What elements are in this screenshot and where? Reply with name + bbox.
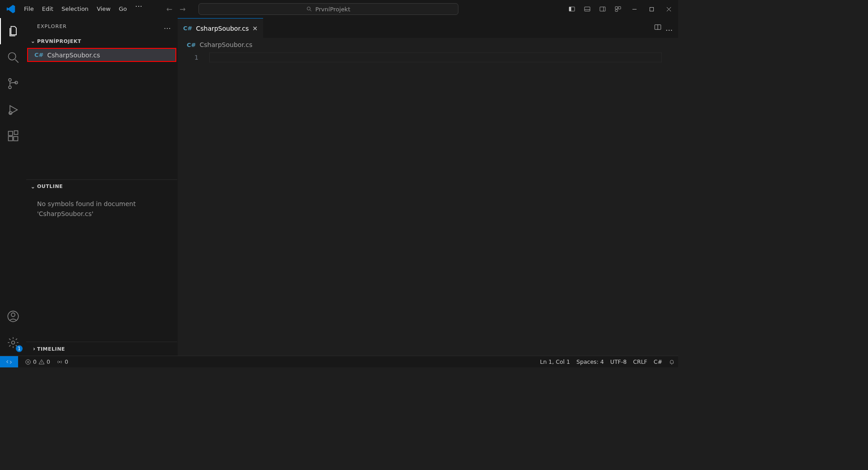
- toggle-panel-icon[interactable]: [580, 0, 594, 18]
- svg-point-0: [307, 7, 311, 10]
- toggle-secondary-sidebar-icon[interactable]: [596, 0, 609, 18]
- sidebar-explorer: EXPLORER … ⌄ PRVNÍPROJEKT C# CsharpSoubo…: [26, 18, 178, 356]
- menu-more-icon[interactable]: …: [131, 0, 147, 18]
- status-problems[interactable]: 0 0: [22, 358, 53, 365]
- explorer-more-icon[interactable]: …: [164, 22, 172, 31]
- timeline-header-label: TIMELINE: [37, 346, 65, 352]
- status-indentation[interactable]: Spaces: 4: [573, 358, 607, 365]
- outline-section-header[interactable]: ⌄ OUTLINE: [26, 180, 177, 193]
- svg-line-1: [310, 10, 311, 11]
- command-center[interactable]: PrvníProjekt: [198, 3, 458, 15]
- activity-run-debug-icon[interactable]: [0, 97, 26, 123]
- remote-indicator-icon[interactable]: [0, 356, 18, 368]
- csharp-file-icon: C#: [187, 42, 196, 48]
- svg-rect-24: [14, 136, 18, 141]
- status-language[interactable]: C#: [651, 358, 665, 365]
- sidebar-title: EXPLORER …: [26, 18, 177, 34]
- minimap[interactable]: [672, 52, 678, 356]
- title-bar: File Edit Selection View Go … ← → PrvníP…: [0, 0, 678, 18]
- vscode-logo-icon: [2, 4, 20, 14]
- close-window-icon[interactable]: [661, 0, 676, 18]
- menu-selection[interactable]: Selection: [57, 0, 93, 18]
- activity-accounts-icon[interactable]: [0, 303, 26, 329]
- svg-rect-22: [9, 132, 13, 136]
- svg-rect-25: [14, 131, 18, 134]
- svg-point-16: [9, 53, 16, 60]
- activity-source-control-icon[interactable]: [0, 70, 26, 97]
- warnings-count: 0: [47, 358, 50, 365]
- status-eol[interactable]: CRLF: [630, 358, 651, 365]
- editor-area: C# CsharpSoubor.cs ✕ … C# CsharpSoubor.c…: [178, 18, 678, 356]
- status-notifications-icon[interactable]: [665, 359, 678, 365]
- maximize-icon[interactable]: [644, 0, 659, 18]
- editor-more-icon[interactable]: …: [665, 24, 674, 33]
- breadcrumb-file: CsharpSoubor.cs: [199, 41, 252, 48]
- line-gutter: 1: [178, 52, 209, 356]
- activity-search-icon[interactable]: [0, 44, 26, 70]
- outline-empty-text: No symbols found in document 'CsharpSoub…: [26, 193, 177, 225]
- nav-forward-icon[interactable]: →: [178, 5, 187, 14]
- svg-line-17: [15, 60, 19, 63]
- chevron-right-icon: ⌄: [30, 345, 36, 353]
- activity-settings-icon[interactable]: 1: [0, 329, 26, 356]
- sidebar-title-text: EXPLORER: [37, 24, 164, 29]
- file-row-label: CsharpSoubor.cs: [47, 52, 100, 59]
- activity-bar: 1: [0, 18, 26, 356]
- svg-point-35: [59, 361, 60, 362]
- timeline-section-header[interactable]: ⌄ TIMELINE: [26, 342, 177, 356]
- status-line-col[interactable]: Ln 1, Col 1: [537, 358, 573, 365]
- activity-extensions-icon[interactable]: [0, 123, 26, 149]
- tab-csharpsoubor[interactable]: C# CsharpSoubor.cs ✕: [178, 18, 263, 38]
- line-number: 1: [178, 52, 198, 62]
- current-line-highlight: [209, 52, 662, 62]
- svg-point-27: [11, 313, 15, 316]
- project-name-label: PRVNÍPROJEKT: [37, 38, 81, 44]
- csharp-file-icon: C#: [183, 25, 192, 32]
- nav-back-icon[interactable]: ←: [165, 5, 174, 14]
- chevron-down-icon: ⌄: [29, 38, 37, 44]
- file-row-csharpsoubor[interactable]: C# CsharpSoubor.cs: [27, 48, 176, 62]
- svg-rect-23: [9, 136, 13, 141]
- status-encoding[interactable]: UTF-8: [607, 358, 630, 365]
- menu-bar: File Edit Selection View Go …: [20, 0, 147, 18]
- toggle-primary-sidebar-icon[interactable]: [565, 0, 579, 18]
- split-editor-icon[interactable]: [654, 23, 662, 33]
- svg-rect-4: [569, 7, 571, 11]
- status-ports[interactable]: 0: [53, 358, 71, 365]
- tab-bar: C# CsharpSoubor.cs ✕ …: [178, 18, 678, 38]
- svg-rect-5: [585, 7, 590, 11]
- text-editor[interactable]: 1: [178, 52, 678, 356]
- svg-rect-11: [615, 9, 618, 11]
- minimize-icon[interactable]: [627, 0, 642, 18]
- svg-rect-9: [615, 7, 618, 9]
- svg-point-18: [9, 79, 11, 81]
- errors-count: 0: [33, 358, 37, 365]
- menu-edit[interactable]: Edit: [38, 0, 57, 18]
- tab-close-icon[interactable]: ✕: [252, 25, 258, 32]
- status-bar: 0 0 0 Ln 1, Col 1 Spaces: 4 UTF-8 CRLF C…: [0, 356, 678, 367]
- svg-rect-7: [600, 7, 605, 11]
- outline-header-label: OUTLINE: [37, 183, 63, 189]
- svg-point-19: [9, 86, 11, 89]
- customize-layout-icon[interactable]: [611, 0, 625, 18]
- ports-count: 0: [65, 358, 68, 365]
- csharp-file-icon: C#: [34, 52, 43, 58]
- svg-point-28: [12, 341, 15, 344]
- tab-label: CsharpSoubor.cs: [196, 25, 249, 32]
- menu-view[interactable]: View: [93, 0, 115, 18]
- menu-file[interactable]: File: [20, 0, 38, 18]
- breadcrumbs[interactable]: C# CsharpSoubor.cs: [178, 38, 678, 52]
- menu-go[interactable]: Go: [115, 0, 131, 18]
- project-section-header[interactable]: ⌄ PRVNÍPROJEKT: [26, 34, 177, 48]
- svg-rect-10: [618, 7, 621, 9]
- activity-explorer-icon[interactable]: [0, 18, 26, 44]
- command-center-text: PrvníProjekt: [315, 6, 350, 13]
- svg-rect-13: [650, 7, 653, 11]
- chevron-down-icon: ⌄: [29, 183, 37, 190]
- settings-badge: 1: [16, 345, 23, 352]
